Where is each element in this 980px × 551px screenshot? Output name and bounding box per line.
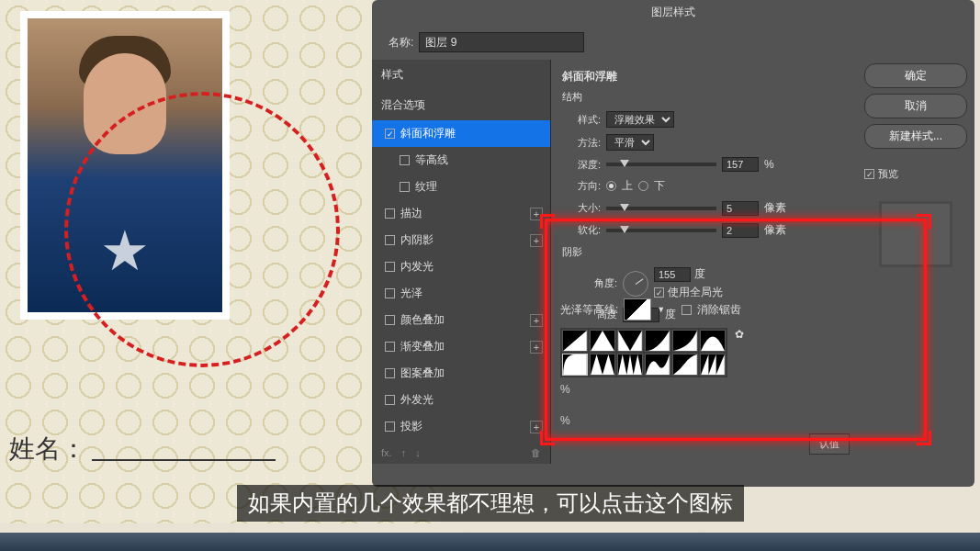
size-input[interactable] [722, 201, 759, 216]
antialias-checkbox[interactable] [681, 305, 692, 315]
size-slider[interactable] [606, 207, 716, 210]
dialog-title: 图层样式 [372, 0, 974, 25]
portrait-photo: ★ [28, 18, 222, 312]
technique-label: 方法: [562, 136, 601, 150]
checkbox-icon[interactable] [385, 395, 395, 405]
bevel-group-title: 斜面和浮雕 [562, 69, 846, 84]
style-label: 内阴影 [400, 232, 434, 248]
ok-button[interactable]: 确定 [864, 63, 967, 88]
star-icon: ★ [100, 219, 150, 283]
unit-label: 度 [694, 266, 705, 282]
style-item-outer-glow[interactable]: 外发光 [372, 387, 550, 413]
depth-slider[interactable] [606, 163, 716, 166]
style-item-bevel-emboss[interactable]: ✓ 斜面和浮雕 [372, 120, 550, 147]
bevel-style-select[interactable]: 浮雕效果 [606, 111, 674, 128]
video-subtitle: 如果内置的几个效果都不理想，可以点击这个图标 [237, 485, 744, 522]
contour-preset-grid [560, 328, 727, 377]
contour-swatch-linear[interactable] [562, 330, 588, 352]
checkbox-label: 消除锯齿 [697, 302, 741, 318]
style-label: 内发光 [400, 259, 434, 275]
soften-slider[interactable] [606, 229, 716, 232]
contour-swatch-rounded[interactable] [672, 354, 698, 376]
checkbox-icon[interactable] [385, 342, 395, 352]
soften-input[interactable] [722, 223, 759, 238]
style-item-texture[interactable]: 纹理 [372, 174, 550, 200]
contour-swatch-half-round[interactable] [562, 354, 588, 376]
radio-label: 下 [654, 178, 665, 194]
style-label: 渐变叠加 [400, 339, 445, 354]
style-label: 光泽 [400, 286, 422, 301]
angle-input[interactable] [654, 267, 691, 282]
new-style-button[interactable]: 新建样式... [864, 124, 967, 149]
direction-down-radio[interactable] [638, 181, 648, 191]
add-icon[interactable]: + [530, 314, 543, 327]
direction-up-radio[interactable] [606, 181, 616, 191]
style-item-stroke[interactable]: 描边 + [372, 200, 550, 227]
preview-swatch [879, 201, 952, 267]
style-item-inner-glow[interactable]: 内发光 [372, 253, 550, 280]
style-item-pattern-overlay[interactable]: 图案叠加 [372, 360, 550, 387]
gear-icon[interactable]: ✿ [735, 328, 744, 341]
contour-swatch-cone-inv[interactable] [617, 330, 643, 352]
photo-frame: ★ [20, 11, 230, 320]
reset-default-button[interactable]: 认值 [809, 433, 850, 455]
trash-icon[interactable]: 🗑 [531, 447, 541, 458]
checkbox-icon[interactable] [400, 182, 410, 192]
style-item-color-overlay[interactable]: 颜色叠加 + [372, 307, 550, 333]
angle-dial[interactable] [623, 271, 648, 297]
fx-icon[interactable]: fx. [381, 447, 392, 458]
up-icon[interactable]: ↑ [401, 447, 407, 458]
contour-preview[interactable] [624, 298, 651, 320]
checkbox-icon[interactable]: ✓ [385, 129, 395, 139]
preview-checkbox[interactable]: ✓ [864, 169, 874, 179]
contour-swatch-cove-deep[interactable] [645, 330, 670, 352]
contour-swatch-gaussian[interactable] [700, 330, 726, 352]
name-field-label: 名称: [389, 35, 413, 51]
styles-header[interactable]: 样式 [372, 60, 550, 90]
radio-label: 上 [622, 178, 633, 194]
checkbox-icon[interactable] [400, 155, 410, 165]
gloss-contour-label: 光泽等高线: [560, 302, 618, 318]
add-icon[interactable]: + [530, 421, 543, 433]
preview-label: 预览 [878, 167, 898, 181]
unit-label: 像素 [764, 222, 786, 238]
checkbox-icon[interactable] [385, 208, 395, 219]
checkbox-icon[interactable] [385, 422, 395, 432]
style-label: 投影 [400, 419, 422, 434]
technique-select[interactable]: 平滑 [606, 134, 654, 151]
style-label: 描边 [400, 206, 422, 221]
direction-label: 方向: [562, 179, 601, 193]
contour-swatch-ring-double[interactable] [617, 354, 643, 376]
contour-swatch-rolling[interactable] [645, 354, 670, 376]
styles-list-panel: 样式 混合选项 ✓ 斜面和浮雕 等高线 纹理 描边 + 内阴影 [372, 60, 551, 464]
unit-label: 像素 [764, 200, 786, 216]
checkbox-icon[interactable] [385, 368, 395, 378]
name-label: 姓名： [9, 432, 86, 467]
style-item-gradient-overlay[interactable]: 渐变叠加 + [372, 333, 550, 360]
cancel-button[interactable]: 取消 [864, 94, 967, 118]
bevel-style-label: 样式: [562, 113, 601, 127]
checkbox-icon[interactable] [385, 235, 395, 245]
add-icon[interactable]: + [530, 234, 543, 247]
style-item-satin[interactable]: 光泽 [372, 280, 550, 307]
style-label: 外发光 [400, 392, 434, 408]
contour-swatch-cove-shallow[interactable] [672, 330, 698, 352]
global-light-checkbox[interactable]: ✓ [654, 287, 664, 298]
style-item-inner-shadow[interactable]: 内阴影 + [372, 227, 550, 253]
style-item-contour[interactable]: 等高线 [372, 147, 550, 174]
unit-label: % [764, 158, 774, 171]
layer-name-input[interactable] [419, 32, 584, 52]
add-icon[interactable]: + [530, 208, 543, 220]
down-icon[interactable]: ↓ [415, 447, 421, 458]
blend-options-header[interactable]: 混合选项 [372, 90, 550, 120]
contour-swatch-cone[interactable] [590, 330, 615, 352]
checkbox-icon[interactable] [385, 315, 395, 325]
depth-input[interactable] [722, 157, 759, 172]
add-icon[interactable]: + [530, 341, 543, 354]
dialog-buttons-panel: 确定 取消 新建样式... ✓ 预览 [857, 60, 974, 464]
style-item-drop-shadow[interactable]: 投影 + [372, 413, 550, 440]
checkbox-icon[interactable] [385, 288, 395, 298]
checkbox-icon[interactable] [385, 262, 395, 272]
contour-swatch-ring[interactable] [590, 354, 615, 376]
contour-swatch-sawtooth[interactable] [700, 354, 726, 376]
